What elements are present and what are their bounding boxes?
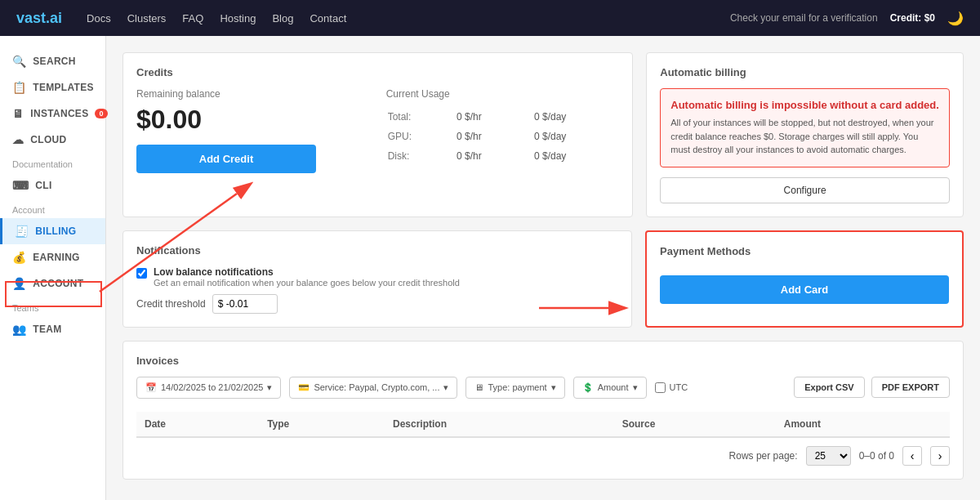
top-row: Credits Remaining balance $0.00 Add Cred… (122, 52, 964, 217)
sidebar-label-cli: CLI (35, 180, 51, 191)
sidebar-item-templates[interactable]: 📋 TEMPLATES (0, 74, 105, 100)
sidebar-label-search: SEARCH (33, 56, 75, 67)
notifications-title: Notifications (136, 244, 618, 257)
balance-section: Remaining balance $0.00 Add Credit (136, 88, 370, 173)
nav-clusters[interactable]: Clusters (127, 12, 167, 25)
usage-gpu-rate: 0 $/hr (450, 127, 526, 145)
sidebar-item-search[interactable]: 🔍 SEARCH (0, 48, 105, 74)
credits-card: Credits Remaining balance $0.00 Add Cred… (122, 52, 633, 217)
card-icon: 💳 (298, 382, 310, 393)
monitor-icon: 🖥 (474, 382, 483, 392)
type-filter-button[interactable]: 🖥 Type: payment ▾ (466, 377, 564, 399)
sidebar-label-team: TEAM (33, 324, 61, 335)
nav-hosting[interactable]: Hosting (220, 12, 256, 25)
export-buttons: Export CSV PDF EXPORT (794, 377, 950, 398)
sidebar-item-earning[interactable]: 💰 EARNING (0, 244, 105, 270)
col-description: Description (385, 412, 614, 437)
balance-label: Remaining balance (136, 88, 370, 100)
cli-icon: ⌨ (12, 179, 29, 192)
amount-filter-button[interactable]: 💲 Amount ▾ (573, 377, 647, 399)
usage-gpu-daily: 0 $/day (528, 127, 617, 145)
date-chevron-icon: ▾ (267, 382, 272, 393)
invoices-title: Invoices (136, 355, 950, 367)
threshold-input[interactable] (212, 294, 278, 314)
service-filter-button[interactable]: 💳 Service: Paypal, Crypto.com, ... ▾ (289, 377, 457, 399)
earning-icon: 💰 (12, 251, 26, 264)
pagination-row: Rows per page: 25 50 100 0–0 of 0 ‹ › (136, 446, 950, 466)
teams-section-label: Teams (0, 297, 105, 316)
nav-blog[interactable]: Blog (272, 12, 293, 25)
usage-disk-rate: 0 $/hr (450, 147, 526, 165)
alert-title: Automatic billing is impossible without … (670, 99, 939, 111)
utc-label: UTC (655, 382, 688, 393)
credits-body: Remaining balance $0.00 Add Credit Curre… (136, 88, 619, 173)
service-filter-label: Service: Paypal, Crypto.com, ... (314, 382, 439, 392)
pdf-export-button[interactable]: PDF EXPORT (871, 377, 950, 398)
service-chevron-icon: ▾ (443, 382, 448, 393)
notifications-card: Notifications Low balance notifications … (122, 230, 632, 328)
low-balance-checkbox[interactable] (136, 268, 147, 279)
topnav-right: Check your email for a verification Cred… (730, 11, 964, 26)
date-filter-button[interactable]: 📅 14/02/2025 to 21/02/2025 ▾ (136, 377, 281, 399)
col-amount: Amount (776, 412, 950, 437)
nav-contact[interactable]: Contact (310, 12, 346, 25)
sidebar-item-cloud[interactable]: ☁ CLOUD (0, 127, 105, 153)
nav-docs[interactable]: Docs (87, 12, 111, 25)
rows-per-page-select[interactable]: 25 50 100 (806, 446, 851, 466)
export-csv-button[interactable]: Export CSV (794, 377, 865, 398)
sidebar-item-account[interactable]: 👤 ACCOUNT (0, 270, 105, 297)
rows-per-page-label: Rows per page: (729, 450, 798, 462)
usage-gpu-label: GPU: (388, 127, 448, 145)
sidebar-label-templates: TEMPLATES (33, 82, 93, 93)
billing-icon: 🧾 (15, 225, 29, 238)
sidebar-item-cli[interactable]: ⌨ CLI (0, 172, 105, 199)
sidebar-label-billing: BILLING (35, 225, 76, 237)
balance-amount: $0.00 (136, 105, 370, 135)
type-chevron-icon: ▾ (551, 382, 556, 393)
sidebar-label-account: ACCOUNT (33, 278, 83, 289)
theme-toggle[interactable]: 🌙 (947, 11, 964, 26)
sidebar: 🔍 SEARCH 📋 TEMPLATES 🖥 INSTANCES 0 ☁ CLO… (0, 36, 106, 500)
page-layout: 🔍 SEARCH 📋 TEMPLATES 🖥 INSTANCES 0 ☁ CLO… (0, 36, 980, 500)
auto-billing-card: Automatic billing Automatic billing is i… (646, 52, 964, 217)
sidebar-label-instances: INSTANCES (30, 108, 88, 119)
sidebar-item-team[interactable]: 👥 TEAM (0, 316, 105, 342)
invoices-card: Invoices 📅 14/02/2025 to 21/02/2025 ▾ 💳 … (122, 341, 964, 480)
amount-filter-label: Amount (598, 382, 629, 392)
payment-methods-card: Payment Methods Add Card (645, 230, 964, 328)
usage-total-rate: 0 $/hr (450, 108, 526, 126)
usage-label: Current Usage (386, 88, 620, 100)
invoice-table-head: Date Type Description Source Amount (136, 412, 950, 437)
sidebar-item-instances[interactable]: 🖥 INSTANCES 0 (0, 100, 105, 127)
configure-button[interactable]: Configure (660, 177, 950, 203)
mid-row: Notifications Low balance notifications … (122, 230, 964, 328)
usage-row-disk: Disk: 0 $/hr 0 $/day (388, 147, 618, 165)
usage-row-gpu: GPU: 0 $/hr 0 $/day (388, 127, 618, 145)
utc-checkbox[interactable] (655, 382, 666, 393)
date-filter-label: 14/02/2025 to 21/02/2025 (161, 382, 263, 392)
threshold-label: Credit threshold (136, 298, 206, 310)
logo[interactable]: vast.ai (16, 10, 62, 27)
sidebar-item-billing[interactable]: 🧾 BILLING (0, 218, 105, 244)
usage-disk-daily: 0 $/day (528, 147, 617, 165)
nav-faq[interactable]: FAQ (182, 12, 203, 25)
pagination-prev[interactable]: ‹ (902, 446, 922, 466)
col-type: Type (259, 412, 385, 437)
add-credit-button[interactable]: Add Credit (136, 145, 316, 173)
auto-billing-alert: Automatic billing is impossible without … (660, 88, 950, 167)
add-card-button[interactable]: Add Card (660, 275, 949, 304)
usage-total-daily: 0 $/day (528, 108, 617, 126)
top-navigation: vast.ai Docs Clusters FAQ Hosting Blog C… (0, 0, 980, 36)
checkbox-row: Low balance notifications Get an email n… (136, 266, 618, 288)
templates-icon: 📋 (12, 81, 26, 94)
col-date: Date (136, 412, 259, 437)
nav-links: Docs Clusters FAQ Hosting Blog Contact (87, 12, 346, 25)
main-content: Credits Remaining balance $0.00 Add Cred… (106, 36, 980, 500)
checkbox-desc: Get an email notification when your bala… (154, 278, 460, 288)
team-icon: 👥 (12, 323, 26, 336)
checkbox-text: Low balance notifications Get an email n… (154, 266, 460, 288)
invoice-header-row: Date Type Description Source Amount (136, 412, 950, 437)
account-icon: 👤 (12, 277, 26, 290)
pagination-next[interactable]: › (930, 446, 950, 466)
usage-row-total: Total: 0 $/hr 0 $/day (388, 108, 618, 126)
